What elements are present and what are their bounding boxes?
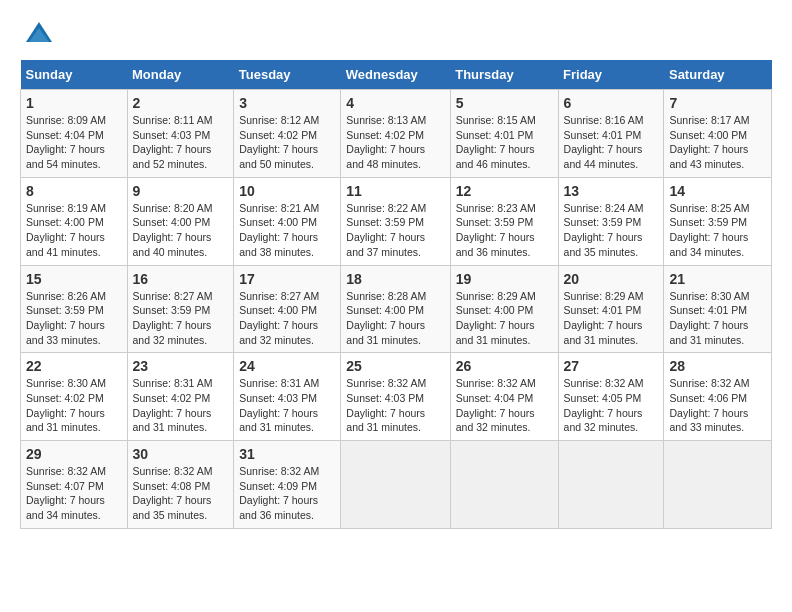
day-info: Sunrise: 8:32 AMSunset: 4:06 PMDaylight:… — [669, 377, 749, 433]
calendar-day: 12Sunrise: 8:23 AMSunset: 3:59 PMDayligh… — [450, 177, 558, 265]
day-number: 3 — [239, 95, 335, 111]
calendar-day: 11Sunrise: 8:22 AMSunset: 3:59 PMDayligh… — [341, 177, 450, 265]
calendar-day: 1Sunrise: 8:09 AMSunset: 4:04 PMDaylight… — [21, 90, 128, 178]
day-number: 19 — [456, 271, 553, 287]
day-info: Sunrise: 8:32 AMSunset: 4:07 PMDaylight:… — [26, 465, 106, 521]
day-number: 10 — [239, 183, 335, 199]
calendar-week-row: 1Sunrise: 8:09 AMSunset: 4:04 PMDaylight… — [21, 90, 772, 178]
day-number: 1 — [26, 95, 122, 111]
day-number: 28 — [669, 358, 766, 374]
day-info: Sunrise: 8:25 AMSunset: 3:59 PMDaylight:… — [669, 202, 749, 258]
day-number: 2 — [133, 95, 229, 111]
calendar-day: 14Sunrise: 8:25 AMSunset: 3:59 PMDayligh… — [664, 177, 772, 265]
calendar-day: 8Sunrise: 8:19 AMSunset: 4:00 PMDaylight… — [21, 177, 128, 265]
day-info: Sunrise: 8:30 AMSunset: 4:01 PMDaylight:… — [669, 290, 749, 346]
calendar-day: 27Sunrise: 8:32 AMSunset: 4:05 PMDayligh… — [558, 353, 664, 441]
day-number: 11 — [346, 183, 444, 199]
calendar-day-empty — [664, 441, 772, 529]
day-number: 27 — [564, 358, 659, 374]
day-info: Sunrise: 8:32 AMSunset: 4:08 PMDaylight:… — [133, 465, 213, 521]
calendar-week-row: 29Sunrise: 8:32 AMSunset: 4:07 PMDayligh… — [21, 441, 772, 529]
calendar-week-row: 22Sunrise: 8:30 AMSunset: 4:02 PMDayligh… — [21, 353, 772, 441]
calendar-week-row: 8Sunrise: 8:19 AMSunset: 4:00 PMDaylight… — [21, 177, 772, 265]
day-number: 15 — [26, 271, 122, 287]
day-info: Sunrise: 8:29 AMSunset: 4:01 PMDaylight:… — [564, 290, 644, 346]
day-number: 31 — [239, 446, 335, 462]
day-number: 16 — [133, 271, 229, 287]
page-header — [20, 20, 772, 50]
calendar-day-empty — [341, 441, 450, 529]
calendar-day: 17Sunrise: 8:27 AMSunset: 4:00 PMDayligh… — [234, 265, 341, 353]
day-info: Sunrise: 8:16 AMSunset: 4:01 PMDaylight:… — [564, 114, 644, 170]
day-number: 23 — [133, 358, 229, 374]
calendar-day: 28Sunrise: 8:32 AMSunset: 4:06 PMDayligh… — [664, 353, 772, 441]
day-info: Sunrise: 8:32 AMSunset: 4:04 PMDaylight:… — [456, 377, 536, 433]
calendar-day: 15Sunrise: 8:26 AMSunset: 3:59 PMDayligh… — [21, 265, 128, 353]
day-info: Sunrise: 8:22 AMSunset: 3:59 PMDaylight:… — [346, 202, 426, 258]
day-number: 22 — [26, 358, 122, 374]
day-number: 17 — [239, 271, 335, 287]
day-info: Sunrise: 8:32 AMSunset: 4:03 PMDaylight:… — [346, 377, 426, 433]
day-number: 20 — [564, 271, 659, 287]
day-number: 21 — [669, 271, 766, 287]
column-header-monday: Monday — [127, 60, 234, 90]
day-info: Sunrise: 8:27 AMSunset: 3:59 PMDaylight:… — [133, 290, 213, 346]
day-info: Sunrise: 8:09 AMSunset: 4:04 PMDaylight:… — [26, 114, 106, 170]
column-header-friday: Friday — [558, 60, 664, 90]
day-info: Sunrise: 8:31 AMSunset: 4:02 PMDaylight:… — [133, 377, 213, 433]
day-info: Sunrise: 8:13 AMSunset: 4:02 PMDaylight:… — [346, 114, 426, 170]
day-number: 12 — [456, 183, 553, 199]
column-header-sunday: Sunday — [21, 60, 128, 90]
calendar-day: 2Sunrise: 8:11 AMSunset: 4:03 PMDaylight… — [127, 90, 234, 178]
calendar-day: 16Sunrise: 8:27 AMSunset: 3:59 PMDayligh… — [127, 265, 234, 353]
column-header-thursday: Thursday — [450, 60, 558, 90]
day-number: 18 — [346, 271, 444, 287]
calendar-day: 13Sunrise: 8:24 AMSunset: 3:59 PMDayligh… — [558, 177, 664, 265]
column-header-saturday: Saturday — [664, 60, 772, 90]
day-number: 4 — [346, 95, 444, 111]
column-header-tuesday: Tuesday — [234, 60, 341, 90]
day-info: Sunrise: 8:28 AMSunset: 4:00 PMDaylight:… — [346, 290, 426, 346]
calendar-table: SundayMondayTuesdayWednesdayThursdayFrid… — [20, 60, 772, 529]
logo — [20, 20, 54, 50]
day-number: 26 — [456, 358, 553, 374]
day-number: 29 — [26, 446, 122, 462]
calendar-day: 19Sunrise: 8:29 AMSunset: 4:00 PMDayligh… — [450, 265, 558, 353]
calendar-day-empty — [450, 441, 558, 529]
calendar-day: 30Sunrise: 8:32 AMSunset: 4:08 PMDayligh… — [127, 441, 234, 529]
day-info: Sunrise: 8:12 AMSunset: 4:02 PMDaylight:… — [239, 114, 319, 170]
day-number: 7 — [669, 95, 766, 111]
day-number: 5 — [456, 95, 553, 111]
day-info: Sunrise: 8:21 AMSunset: 4:00 PMDaylight:… — [239, 202, 319, 258]
logo-icon — [24, 20, 54, 50]
day-info: Sunrise: 8:24 AMSunset: 3:59 PMDaylight:… — [564, 202, 644, 258]
day-number: 25 — [346, 358, 444, 374]
day-info: Sunrise: 8:20 AMSunset: 4:00 PMDaylight:… — [133, 202, 213, 258]
calendar-day: 22Sunrise: 8:30 AMSunset: 4:02 PMDayligh… — [21, 353, 128, 441]
day-number: 30 — [133, 446, 229, 462]
calendar-day: 20Sunrise: 8:29 AMSunset: 4:01 PMDayligh… — [558, 265, 664, 353]
calendar-day: 7Sunrise: 8:17 AMSunset: 4:00 PMDaylight… — [664, 90, 772, 178]
calendar-day: 25Sunrise: 8:32 AMSunset: 4:03 PMDayligh… — [341, 353, 450, 441]
calendar-header-row: SundayMondayTuesdayWednesdayThursdayFrid… — [21, 60, 772, 90]
calendar-day: 29Sunrise: 8:32 AMSunset: 4:07 PMDayligh… — [21, 441, 128, 529]
day-info: Sunrise: 8:15 AMSunset: 4:01 PMDaylight:… — [456, 114, 536, 170]
day-info: Sunrise: 8:29 AMSunset: 4:00 PMDaylight:… — [456, 290, 536, 346]
calendar-day: 26Sunrise: 8:32 AMSunset: 4:04 PMDayligh… — [450, 353, 558, 441]
day-info: Sunrise: 8:31 AMSunset: 4:03 PMDaylight:… — [239, 377, 319, 433]
day-info: Sunrise: 8:30 AMSunset: 4:02 PMDaylight:… — [26, 377, 106, 433]
calendar-day: 21Sunrise: 8:30 AMSunset: 4:01 PMDayligh… — [664, 265, 772, 353]
calendar-day: 6Sunrise: 8:16 AMSunset: 4:01 PMDaylight… — [558, 90, 664, 178]
calendar-day: 10Sunrise: 8:21 AMSunset: 4:00 PMDayligh… — [234, 177, 341, 265]
day-info: Sunrise: 8:32 AMSunset: 4:05 PMDaylight:… — [564, 377, 644, 433]
day-info: Sunrise: 8:17 AMSunset: 4:00 PMDaylight:… — [669, 114, 749, 170]
day-info: Sunrise: 8:32 AMSunset: 4:09 PMDaylight:… — [239, 465, 319, 521]
calendar-day: 24Sunrise: 8:31 AMSunset: 4:03 PMDayligh… — [234, 353, 341, 441]
day-info: Sunrise: 8:19 AMSunset: 4:00 PMDaylight:… — [26, 202, 106, 258]
calendar-day: 18Sunrise: 8:28 AMSunset: 4:00 PMDayligh… — [341, 265, 450, 353]
calendar-day: 3Sunrise: 8:12 AMSunset: 4:02 PMDaylight… — [234, 90, 341, 178]
calendar-week-row: 15Sunrise: 8:26 AMSunset: 3:59 PMDayligh… — [21, 265, 772, 353]
calendar-day: 31Sunrise: 8:32 AMSunset: 4:09 PMDayligh… — [234, 441, 341, 529]
calendar-day: 9Sunrise: 8:20 AMSunset: 4:00 PMDaylight… — [127, 177, 234, 265]
calendar-day-empty — [558, 441, 664, 529]
